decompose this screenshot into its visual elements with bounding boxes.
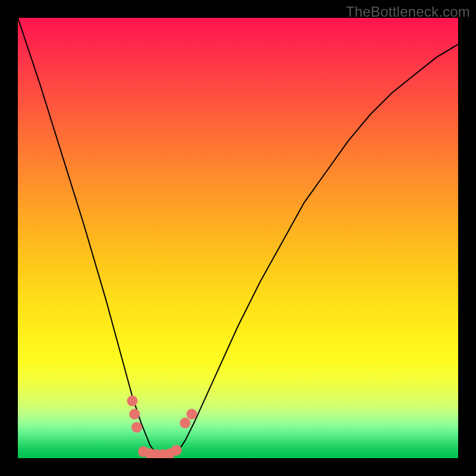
marker-layer [127, 396, 197, 458]
curve-layer [18, 18, 458, 458]
watermark-text: TheBottleneck.com [346, 4, 470, 20]
chart-frame: TheBottleneck.com [0, 0, 476, 476]
bottleneck-curve [18, 18, 458, 458]
marker-dot [127, 396, 137, 406]
marker-dot [186, 409, 197, 419]
plot-area [18, 18, 458, 458]
marker-dot [171, 445, 181, 456]
marker-dot [131, 422, 142, 433]
marker-dot [180, 418, 190, 428]
marker-dot [129, 409, 140, 419]
chart-svg [18, 18, 458, 458]
